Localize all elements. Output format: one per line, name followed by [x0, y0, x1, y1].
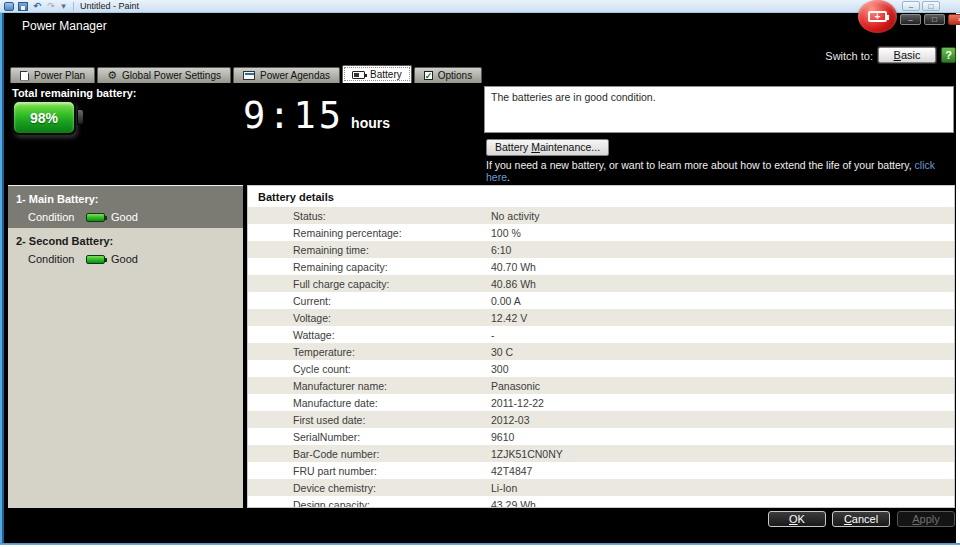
- remaining-time-display: 9:15 hours: [243, 94, 390, 137]
- battery-gauge-nub: [77, 109, 84, 125]
- paint-maximize-button[interactable]: □: [922, 1, 940, 11]
- detail-value: 1ZJK51CN0NY: [491, 448, 563, 460]
- detail-value: 0.00 A: [491, 295, 521, 307]
- table-row: Remaining time: 6:10: [248, 241, 954, 258]
- table-row: Bar-Code number: 1ZJK51CN0NY: [248, 445, 954, 462]
- battery-condition-message-box: The batteries are in good condition.: [484, 86, 954, 133]
- battery-plus-icon: +: [868, 11, 887, 22]
- undo-icon[interactable]: ↶: [32, 2, 42, 11]
- detail-label: Wattage:: [293, 329, 491, 341]
- detail-label: Manufacture date:: [293, 397, 491, 409]
- paint-minimize-button[interactable]: –: [902, 1, 920, 11]
- paint-app-icon[interactable]: [4, 2, 14, 11]
- table-row: Device chemistry: Li-Ion: [248, 479, 954, 496]
- tab-power-plan[interactable]: Power Plan: [10, 67, 95, 83]
- condition-label: Condition: [28, 253, 80, 265]
- battery-nub: [887, 15, 889, 20]
- table-row: SerialNumber: 9610: [248, 428, 954, 445]
- tab-global-power-settings[interactable]: ⚙ Global Power Settings: [97, 67, 231, 83]
- detail-value: 40.86 Wh: [491, 278, 536, 290]
- detail-value: 30 C: [491, 346, 513, 358]
- detail-value: 43.29 Wh: [491, 499, 536, 509]
- detail-label: Full charge capacity:: [293, 278, 491, 290]
- detail-label: Bar-Code number:: [293, 448, 491, 460]
- switch-to-label: Switch to:: [793, 50, 873, 62]
- battery-list-sidebar: 1- Main Battery: Condition Good 2- Secon…: [8, 185, 243, 508]
- table-row: Design capacity: 43.29 Wh: [248, 496, 954, 508]
- detail-value: 42T4847: [491, 465, 532, 477]
- battery-percent: 98%: [30, 110, 58, 126]
- detail-value: 2012-03: [491, 414, 530, 426]
- cancel-button[interactable]: Cancel: [832, 511, 890, 527]
- info-text-suffix: .: [507, 171, 510, 183]
- battery-condition-icon: [86, 213, 105, 222]
- page-icon: [20, 71, 29, 81]
- table-row: Temperature: 30 C: [248, 343, 954, 360]
- paint-window-title: Untitled - Paint: [80, 1, 139, 11]
- table-row: Remaining capacity: 40.70 Wh: [248, 258, 954, 275]
- tab-label: Power Plan: [34, 70, 85, 81]
- table-row: Remaining percentage: 100 %: [248, 224, 954, 241]
- detail-value: 2011-12-22: [491, 397, 544, 409]
- detail-value: No activity: [491, 210, 539, 222]
- apply-button[interactable]: Apply: [897, 511, 955, 527]
- help-button[interactable]: ?: [941, 47, 956, 63]
- tab-options[interactable]: ✓ Options: [414, 67, 482, 83]
- remaining-time-digits: 9:15: [243, 94, 344, 137]
- detail-label: Status:: [293, 210, 491, 222]
- app-title: Power Manager: [22, 19, 107, 33]
- tab-label: Options: [438, 70, 472, 81]
- info-text: If you need a new battery, or want to le…: [486, 159, 915, 171]
- table-row: Wattage: -: [248, 326, 954, 343]
- pm-minimize-button[interactable]: –: [900, 14, 921, 25]
- detail-label: Cycle count:: [293, 363, 491, 375]
- battery-condition-icon: [86, 255, 105, 264]
- tab-label: Power Agendas: [260, 70, 330, 81]
- detail-value: 300: [491, 363, 509, 375]
- total-remaining-battery-label: Total remaining battery:: [12, 87, 136, 99]
- detail-value: Li-Ion: [491, 482, 517, 494]
- table-row: Status: No activity: [248, 207, 954, 224]
- detail-value: 100 %: [491, 227, 521, 239]
- paint-window-buttons: – □: [902, 1, 940, 11]
- table-row: Manufacture date: 2011-12-22: [248, 394, 954, 411]
- remaining-time-unit: hours: [351, 115, 390, 131]
- agenda-icon: [243, 71, 255, 80]
- sidebar-item-main-battery[interactable]: 1- Main Battery: Condition Good: [8, 186, 243, 228]
- battery-icon: [352, 71, 365, 79]
- detail-label: Remaining time:: [293, 244, 491, 256]
- detail-label: Manufacturer name:: [293, 380, 491, 392]
- redo-icon[interactable]: ↷: [46, 2, 56, 11]
- save-icon[interactable]: [18, 2, 28, 11]
- detail-value: -: [491, 329, 495, 341]
- condition-row: Condition Good: [28, 253, 243, 265]
- battery-maintenance-button[interactable]: Battery Maintenance...: [486, 139, 609, 156]
- sidebar-item-second-battery[interactable]: 2- Second Battery: Condition Good: [8, 228, 243, 270]
- detail-label: First used date:: [293, 414, 491, 426]
- tab-label: Global Power Settings: [122, 70, 221, 81]
- switch-to-basic-button[interactable]: Basic: [878, 47, 936, 63]
- battery-details-table: Status: No activity Remaining percentage…: [248, 207, 954, 508]
- table-row: FRU part number: 42T4847: [248, 462, 954, 479]
- table-row: Full charge capacity: 40.86 Wh: [248, 275, 954, 292]
- ok-button[interactable]: OK: [768, 511, 826, 527]
- battery-gauge-tray-icon[interactable]: +: [858, 0, 897, 33]
- detail-label: SerialNumber:: [293, 431, 491, 443]
- condition-value: Good: [111, 253, 138, 265]
- tab-battery[interactable]: Battery: [342, 65, 412, 83]
- pm-maximize-button[interactable]: □: [924, 14, 945, 25]
- table-row: Current: 0.00 A: [248, 292, 954, 309]
- toolbar-separator: [73, 2, 74, 11]
- detail-value: 12.42 V: [491, 312, 527, 324]
- checkbox-icon: ✓: [424, 71, 433, 80]
- detail-label: Remaining percentage:: [293, 227, 491, 239]
- detail-label: FRU part number:: [293, 465, 491, 477]
- tab-power-agendas[interactable]: Power Agendas: [233, 67, 340, 83]
- toolbar-dropdown-icon[interactable]: ▾: [60, 2, 67, 11]
- condition-label: Condition: [28, 211, 80, 223]
- detail-label: Device chemistry:: [293, 482, 491, 494]
- pm-close-button[interactable]: ×: [948, 14, 960, 25]
- detail-value: 6:10: [491, 244, 511, 256]
- detail-value: Panasonic: [491, 380, 540, 392]
- paint-window-left-border: [0, 13, 4, 543]
